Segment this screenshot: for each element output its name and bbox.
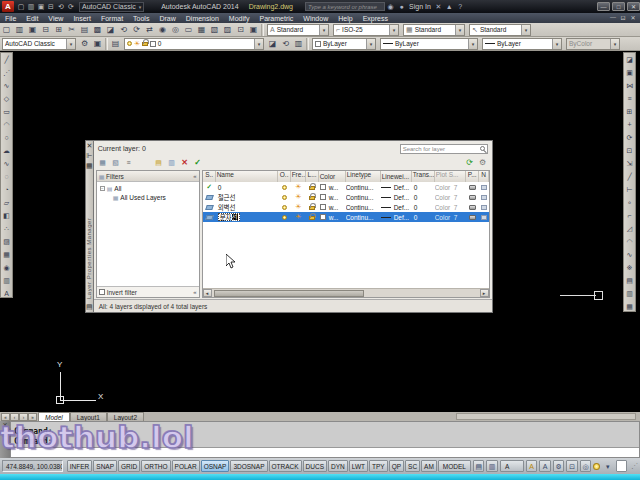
lock-icon[interactable]: [309, 206, 315, 210]
layer-name-edit-field[interactable]: 문자선: [218, 213, 240, 221]
delete-layer-icon[interactable]: ✕: [180, 157, 190, 168]
column-color[interactable]: Color: [319, 171, 346, 182]
modify-tool-icon[interactable]: ▥: [624, 287, 635, 300]
menu-item[interactable]: Draw: [154, 15, 180, 22]
hardware-acceleration-icon[interactable]: [593, 463, 600, 470]
modify-tool-icon[interactable]: +: [624, 118, 635, 131]
annotation-scale-button[interactable]: A 1:1: [500, 460, 524, 472]
annotation-visibility-icon[interactable]: A: [526, 460, 537, 472]
quick-access-icon[interactable]: ▢: [16, 3, 26, 11]
printer-plot-icon[interactable]: [469, 185, 476, 190]
status-toggle-button[interactable]: 3DOSNAP: [230, 460, 267, 472]
bulb-on-icon[interactable]: [282, 205, 287, 210]
column-linetype[interactable]: Linetype: [346, 171, 381, 182]
status-toggle-button[interactable]: OSNAP: [201, 460, 230, 472]
color-swatch[interactable]: [320, 214, 326, 220]
color-swatch[interactable]: [320, 194, 326, 200]
modify-tool-icon[interactable]: ▦: [624, 300, 635, 313]
modify-tool-icon[interactable]: ※: [624, 261, 635, 274]
column-transparency[interactable]: Trans...: [412, 171, 435, 182]
column-name[interactable]: Name: [216, 171, 278, 182]
lineweight-value[interactable]: Def...: [394, 184, 410, 191]
layer-dropdown[interactable]: 0 ▾: [124, 38, 264, 50]
status-toggle-button[interactable]: GRID: [118, 460, 140, 472]
doc-minimize-button[interactable]: —: [608, 14, 618, 21]
bulb-on-icon[interactable]: [282, 215, 287, 220]
autocad-logo-icon[interactable]: A: [2, 1, 14, 12]
modify-tool-icon[interactable]: ◪: [624, 53, 635, 66]
modify-tool-icon[interactable]: ⌐: [624, 209, 635, 222]
layer-properties-manager-icon[interactable]: ▤: [109, 38, 122, 50]
menu-item[interactable]: Parametric: [254, 15, 298, 22]
layer-row[interactable]: 0 w... Continu... Def... 0 Color_7: [203, 182, 489, 192]
lineweight-dropdown[interactable]: ByLayer ▾: [482, 38, 562, 50]
draw-tool-icon[interactable]: ∿: [1, 79, 12, 92]
color-dropdown[interactable]: ByLayer ▾: [312, 38, 376, 50]
modify-tool-icon[interactable]: ⊢: [624, 183, 635, 196]
column-plot[interactable]: P...: [466, 171, 479, 182]
minimize-button[interactable]: —: [597, 2, 610, 11]
new-group-filter-icon[interactable]: ▧: [111, 157, 121, 168]
draw-tool-icon[interactable]: ▥: [1, 274, 12, 287]
column-status[interactable]: S..: [203, 171, 216, 182]
menu-item[interactable]: View: [43, 15, 68, 22]
workspace-settings-icon[interactable]: ⚙: [78, 38, 91, 50]
workspace-toolbar-dropdown[interactable]: AutoCAD Classic ▾: [2, 38, 76, 50]
standard-toolbar-icon[interactable]: ▨: [221, 24, 234, 36]
transparency-value[interactable]: 0: [412, 204, 435, 211]
scrollbar-thumb[interactable]: [214, 290, 364, 297]
new-layer-vp-frozen-icon[interactable]: ▥: [167, 157, 177, 168]
status-toggle-button[interactable]: QP: [389, 460, 404, 472]
a360-icon[interactable]: ▲: [444, 3, 455, 10]
quick-access-icon[interactable]: ▣: [36, 3, 46, 11]
draw-tool-icon[interactable]: ☁: [1, 144, 12, 157]
coordinates-readout[interactable]: 474.8849, 100.0380, 0.0000: [2, 460, 63, 472]
standard-toolbar-icon[interactable]: ◎: [169, 24, 182, 36]
standard-toolbar-icon[interactable]: ▩: [91, 24, 104, 36]
draw-tool-icon[interactable]: ╱: [1, 53, 12, 66]
table-style-dropdown[interactable]: ▦ Standard ▾: [403, 24, 465, 36]
status-toggle-button[interactable]: TPY: [369, 460, 388, 472]
quick-access-icon[interactable]: ▥: [26, 3, 36, 11]
status-toggle-button[interactable]: AM: [421, 460, 437, 472]
standard-toolbar-icon[interactable]: ⟳: [130, 24, 143, 36]
draw-tool-icon[interactable]: ▦: [1, 248, 12, 261]
bulb-on-icon[interactable]: [282, 185, 287, 190]
close-button[interactable]: ✕: [627, 2, 640, 11]
model-space-button[interactable]: MODEL: [438, 460, 471, 472]
menu-item[interactable]: Express: [358, 15, 393, 22]
quick-view-layouts-icon[interactable]: ▤: [473, 460, 484, 472]
lock-ui-icon[interactable]: ⊡: [566, 460, 577, 472]
draw-tool-icon[interactable]: ○: [1, 131, 12, 144]
layer-row-selected[interactable]: 문자선 w... Continu... Def... 0 Color_7: [203, 212, 489, 222]
draw-tool-icon[interactable]: ∴: [1, 222, 12, 235]
new-vp-freeze-icon[interactable]: [481, 185, 487, 190]
tab-scrollbar[interactable]: [456, 413, 636, 420]
multileader-style-dropdown[interactable]: ↖ Standard ▾: [469, 24, 531, 36]
menu-item[interactable]: Window: [298, 15, 333, 22]
modify-tool-icon[interactable]: ∘: [624, 196, 635, 209]
tree-collapse-icon[interactable]: −: [100, 186, 105, 191]
layer-row[interactable]: 철근선 w... Continu... Def... 0 Color_7: [203, 192, 489, 202]
menu-item[interactable]: Modify: [224, 15, 255, 22]
standard-toolbar-icon[interactable]: ▧: [208, 24, 221, 36]
draw-tool-icon[interactable]: ◉: [1, 261, 12, 274]
standard-toolbar-icon[interactable]: ⊟: [39, 24, 52, 36]
menu-item[interactable]: Edit: [21, 15, 43, 22]
tree-item-all[interactable]: − ▤ All: [100, 184, 199, 193]
layer-name[interactable]: 철근선: [216, 192, 278, 202]
standard-toolbar-icon[interactable]: ▢: [0, 24, 13, 36]
draw-tool-icon[interactable]: ◠: [1, 118, 12, 131]
new-vp-freeze-icon[interactable]: [481, 195, 487, 200]
palette-autohide-icon[interactable]: ⊩: [86, 151, 92, 161]
column-lock[interactable]: L...: [306, 171, 319, 182]
status-toggle-button[interactable]: OTRACK: [269, 460, 302, 472]
menu-item[interactable]: Insert: [68, 15, 96, 22]
status-toggle-button[interactable]: INFER: [67, 460, 93, 472]
exchange-apps-icon[interactable]: ✕: [433, 3, 444, 11]
set-current-icon[interactable]: ✓: [193, 157, 203, 168]
standard-toolbar-icon[interactable]: ▤: [78, 24, 91, 36]
transparency-value[interactable]: 0: [412, 194, 435, 201]
dim-style-dropdown[interactable]: ⌐ ISO-25 ▾: [333, 24, 399, 36]
draw-tool-icon[interactable]: A: [1, 287, 12, 300]
